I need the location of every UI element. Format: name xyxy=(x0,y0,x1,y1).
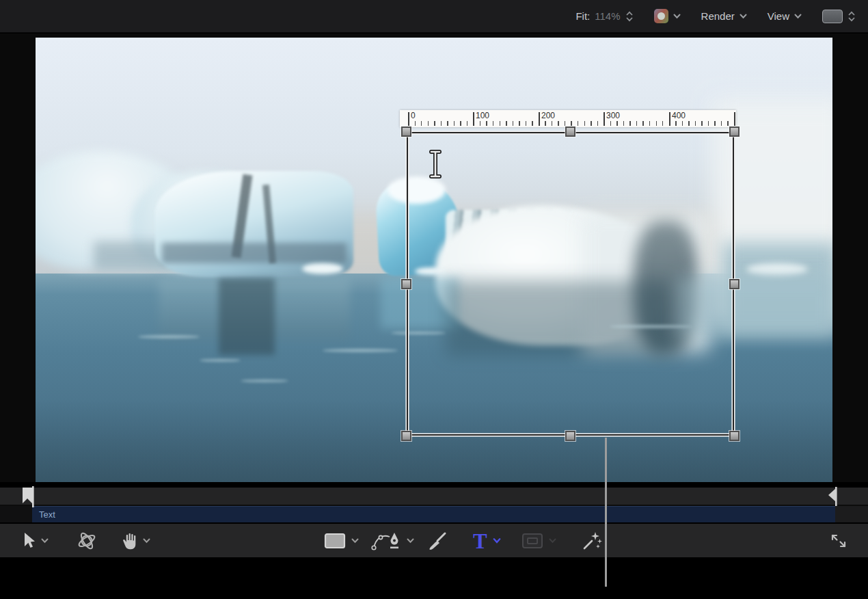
ruler-label: 0 xyxy=(411,111,416,120)
ruler-major-tick xyxy=(539,112,540,126)
handle-mid-left[interactable] xyxy=(401,279,411,289)
tool-paint-stroke[interactable] xyxy=(428,531,447,550)
display-select-control[interactable] xyxy=(822,10,856,23)
tool-pan-hand[interactable] xyxy=(121,531,150,550)
ruler-label: 200 xyxy=(541,111,555,120)
handle-top-left[interactable] xyxy=(401,127,411,137)
chevron-down-icon xyxy=(351,538,359,544)
pan-hand-icon xyxy=(121,531,137,550)
zoom-value: 114% xyxy=(595,10,620,22)
tool-adjust-glyph[interactable] xyxy=(582,531,602,550)
text-tool-icon: T xyxy=(473,530,487,551)
ripple-highlight xyxy=(241,380,288,382)
ruler-label: 100 xyxy=(476,111,489,120)
text-box-ruler: 0 100 200 300 400 500 xyxy=(400,110,736,127)
stepper-icon xyxy=(847,10,856,23)
iceberg-shadow-band xyxy=(162,243,347,263)
chevron-down-icon xyxy=(794,14,802,19)
tool-select-arrow[interactable] xyxy=(22,532,49,550)
handle-mid-right[interactable] xyxy=(729,279,740,289)
expand-diagonal-icon xyxy=(829,532,848,550)
color-gamut-swatch-icon xyxy=(654,9,668,23)
tool-rectangle-shape[interactable] xyxy=(324,533,359,549)
text-box-selection[interactable] xyxy=(407,132,734,436)
text-layer-label: Text xyxy=(32,509,55,520)
bottom-toolbar: T xyxy=(0,523,868,557)
paint-stroke-icon xyxy=(428,531,447,550)
ice-floe xyxy=(302,263,343,274)
ripple-highlight xyxy=(323,349,398,352)
tool-bezier-pen[interactable] xyxy=(371,531,414,550)
tool-rectangle-mask[interactable] xyxy=(521,533,556,549)
handle-bottom-right[interactable] xyxy=(729,431,740,441)
chevron-down-icon xyxy=(143,538,150,544)
window-footer xyxy=(0,557,868,599)
handle-top-center[interactable] xyxy=(565,127,575,137)
bezier-pen-icon xyxy=(371,531,401,550)
display-icon xyxy=(822,10,843,23)
chevron-down-icon xyxy=(41,538,49,544)
chevron-down-icon xyxy=(673,14,681,19)
ruler-minor-ticks xyxy=(408,121,735,126)
expand-view-button[interactable] xyxy=(829,532,848,550)
view-label: View xyxy=(768,10,789,22)
top-toolbar: Fit: 114% Render View xyxy=(0,0,868,33)
3d-transform-orbit-icon xyxy=(76,531,98,550)
ruler-major-tick xyxy=(473,112,474,126)
water-reflection-dark xyxy=(219,278,275,355)
timeline-marker-track[interactable] xyxy=(0,488,868,506)
ruler-major-tick xyxy=(734,112,735,126)
render-menu[interactable]: Render xyxy=(701,10,747,22)
motion-canvas-window: Fit: 114% Render View xyxy=(0,0,868,599)
fit-label: Fit: xyxy=(575,10,590,22)
render-label: Render xyxy=(701,10,735,22)
ruler-major-tick xyxy=(603,112,605,126)
chevron-down-icon xyxy=(549,538,556,544)
handle-bottom-center[interactable] xyxy=(565,431,575,441)
ripple-highlight xyxy=(138,335,200,338)
color-channels-menu[interactable] xyxy=(654,9,681,23)
chevron-down-icon xyxy=(740,14,747,19)
select-arrow-icon xyxy=(22,532,36,550)
ruler-major-tick xyxy=(408,112,409,126)
handle-bottom-left[interactable] xyxy=(401,431,411,441)
ruler-major-tick xyxy=(669,112,670,126)
timeline-layer-row: Text xyxy=(0,506,868,522)
range-end-marker-icon[interactable] xyxy=(827,487,841,507)
timeline-layer-lead xyxy=(0,506,32,522)
stepper-icon xyxy=(625,10,634,23)
view-menu[interactable]: View xyxy=(768,10,802,22)
text-layer-bar[interactable]: Text xyxy=(32,506,835,522)
chevron-down-icon xyxy=(493,537,501,544)
ruler-label: 300 xyxy=(606,111,620,120)
tool-text[interactable]: T xyxy=(473,530,501,551)
range-start-flag-icon[interactable] xyxy=(21,486,38,508)
timeline-separator xyxy=(0,482,868,488)
adjust-glyph-wand-icon xyxy=(582,531,602,550)
chevron-down-icon xyxy=(407,538,414,544)
rectangle-shape-icon xyxy=(324,533,346,549)
rectangle-mask-icon xyxy=(521,533,543,549)
ice-floe xyxy=(746,263,808,276)
zoom-fit-control[interactable]: Fit: 114% xyxy=(575,10,633,23)
tool-3d-transform[interactable] xyxy=(76,531,98,550)
ibeam-cursor-icon xyxy=(426,148,444,181)
ripple-highlight xyxy=(200,359,241,362)
handle-top-right[interactable] xyxy=(729,127,740,137)
text-insertion-line xyxy=(605,438,607,587)
ruler-label: 400 xyxy=(672,111,686,120)
